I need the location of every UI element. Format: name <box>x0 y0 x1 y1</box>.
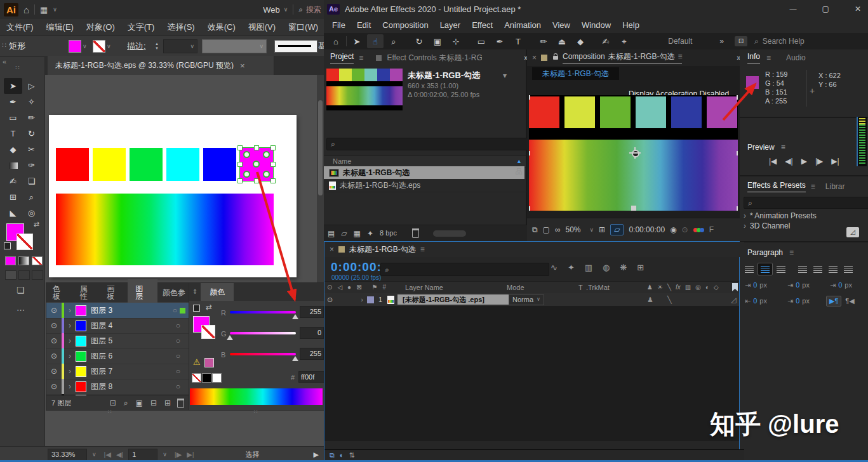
make-mask-icon[interactable]: ▣ <box>132 399 147 407</box>
stroke-weight-label[interactable]: 描边: <box>127 42 146 50</box>
variable-width-dropdown[interactable]: ∨ <box>202 39 267 53</box>
layer-row[interactable]: ⊙ › 图层 6 ○ <box>46 348 189 364</box>
layer-row[interactable]: ⊙ › 图层 8 ○ <box>46 379 189 395</box>
chevron-down-icon[interactable]: ∨ <box>53 7 57 13</box>
menu-effect[interactable]: Effect <box>466 18 498 33</box>
next-frame-button[interactable]: |▶ <box>815 157 823 165</box>
layer-name[interactable]: 图层 3 <box>91 307 170 314</box>
interpret-footage-icon[interactable]: ▤ <box>328 230 335 237</box>
shaper-tool[interactable]: ◣ <box>4 205 22 221</box>
next-artboard-icon[interactable]: |▶ <box>172 451 184 458</box>
hex-value-field[interactable]: ff00f <box>298 371 324 383</box>
zoom-tool[interactable]: ⌕ <box>385 34 402 48</box>
art-square-magenta-selected[interactable] <box>240 148 273 181</box>
adjust-render-icon[interactable]: ✦ <box>367 230 373 237</box>
stroke-color-well[interactable] <box>17 234 33 250</box>
snapshot-camera-icon[interactable]: ◉ <box>670 226 676 234</box>
layer-shy-icon[interactable]: ♟ <box>647 296 653 303</box>
brush-stroke-preview[interactable] <box>274 40 317 53</box>
swap-fill-stroke-icon[interactable]: ⇄ <box>206 303 212 311</box>
layer-thumbnail[interactable] <box>76 336 86 346</box>
comp-frame[interactable] <box>529 95 738 211</box>
bbox-handle[interactable] <box>270 178 276 183</box>
indent-right-field[interactable]: 0 <box>753 298 757 305</box>
justify-last-center-button[interactable] <box>811 263 825 275</box>
gradient-tool[interactable] <box>4 157 22 173</box>
timeline-tab-name[interactable]: 未标题-1-RGB-勾选 <box>349 246 416 253</box>
eyedropper-tool[interactable]: ✑ <box>22 157 41 173</box>
chevron-down-icon[interactable]: ∨ <box>83 44 87 50</box>
target-circle-icon[interactable]: ○ <box>176 383 189 390</box>
bbox-handle[interactable] <box>270 162 276 167</box>
tab-color-guide[interactable]: 颜色参 <box>157 283 189 302</box>
arrange-documents-icon[interactable]: ▦ <box>40 6 48 14</box>
canvas-vscrollbar[interactable] <box>317 75 324 282</box>
previous-frame-button[interactable]: ◀| <box>785 157 792 165</box>
toolbar-more-icon[interactable]: ⋯ <box>17 306 25 314</box>
g-slider-handle[interactable] <box>227 335 233 340</box>
art-square-red[interactable] <box>56 148 89 181</box>
tab-preview[interactable]: Preview <box>747 143 775 151</box>
art-square-yellow[interactable] <box>93 148 126 181</box>
fx-switch-icon[interactable]: fx <box>676 284 681 291</box>
mask-visibility-button[interactable]: ▱ <box>610 224 624 235</box>
r-slider-handle[interactable] <box>292 314 298 319</box>
new-folder-icon[interactable]: ▱ <box>341 230 347 237</box>
color-panel-title[interactable]: 颜色 <box>201 283 234 301</box>
menu-effect[interactable]: 效果(C) <box>201 19 242 36</box>
brainstorm-icon[interactable]: ❋ <box>620 263 627 272</box>
effects-item-3d-channel[interactable]: › 3D Channel <box>744 222 790 230</box>
menu-view[interactable]: 视图(V) <box>242 19 282 36</box>
quality-switch-icon[interactable]: ╲ <box>667 284 671 291</box>
delete-layer-icon[interactable] <box>177 399 184 408</box>
camera-tool[interactable]: ▣ <box>429 34 446 48</box>
resolution-label[interactable]: F <box>709 226 714 234</box>
white-swatch[interactable] <box>212 373 222 383</box>
magnification-dropdown[interactable]: 50% ∨ <box>565 226 594 234</box>
target-circle-icon[interactable]: ○ <box>170 307 180 314</box>
layer-thumbnail[interactable] <box>76 305 86 316</box>
draw-normal-button[interactable] <box>5 270 17 280</box>
layer-name[interactable]: 图层 8 <box>91 383 176 390</box>
symbol-sprayer-tool[interactable]: ❏ <box>22 173 41 189</box>
draw-inside-button[interactable] <box>32 270 43 280</box>
b-value-field[interactable]: 255 <box>300 348 324 360</box>
vscrollb-thumb[interactable] <box>318 100 323 195</box>
layer-name[interactable]: 图层 5 <box>91 337 176 345</box>
layer-thumbnail[interactable] <box>76 381 86 392</box>
indent-left-field[interactable]: 0 <box>753 282 757 289</box>
hand-tool[interactable]: ☝ <box>367 34 384 48</box>
anchor-point[interactable] <box>243 151 250 158</box>
layer-thumbnail[interactable] <box>76 351 86 362</box>
tab-artboards[interactable]: 画板 <box>100 279 128 306</box>
anchor-point-crosshair[interactable] <box>629 147 641 159</box>
r-slider[interactable] <box>230 311 296 314</box>
expand-caret-icon[interactable]: › <box>64 352 76 360</box>
timeline-search-field[interactable]: ⌕ <box>380 263 549 276</box>
blend-mode-dropdown[interactable]: Norma ∨ <box>509 294 544 305</box>
anchor-point[interactable] <box>243 171 250 178</box>
panel-menu-icon[interactable]: ≡ <box>781 143 785 151</box>
rectangle-tool[interactable]: ▭ <box>4 110 22 126</box>
new-composition-icon[interactable]: ▦ <box>354 230 361 237</box>
stroke-well[interactable] <box>201 325 215 339</box>
expand-caret-icon[interactable]: › <box>64 307 76 314</box>
comp-viewer[interactable]: Display Acceleration Disabled <box>527 80 740 218</box>
sort-ascending-icon[interactable]: ▲ <box>516 159 526 164</box>
project-search-field[interactable]: ⌕ <box>326 138 530 150</box>
anchor-point[interactable] <box>263 171 270 178</box>
panel-resize-grip[interactable]: ◿ <box>846 227 859 237</box>
tab-audio[interactable]: Audio <box>786 54 806 62</box>
align-left-button[interactable] <box>742 263 756 275</box>
zoom-dropdown-icon[interactable]: ∨ <box>87 452 102 458</box>
menu-window[interactable]: 窗口(W) <box>282 19 324 36</box>
new-sublayer-icon[interactable]: ⊟ <box>147 399 161 407</box>
fill-color-swatch[interactable] <box>69 40 81 53</box>
expand-caret-icon[interactable]: › <box>64 367 76 375</box>
lock-icon[interactable] <box>553 56 558 60</box>
adjustment-switch-icon[interactable]: ◐ <box>705 284 709 291</box>
swap-fill-stroke-icon[interactable]: ⇄ <box>34 221 39 228</box>
first-line-indent-field[interactable]: 0 <box>838 282 842 289</box>
close-icon[interactable]: × <box>532 54 537 62</box>
menu-object[interactable]: 对象(O) <box>80 19 121 36</box>
